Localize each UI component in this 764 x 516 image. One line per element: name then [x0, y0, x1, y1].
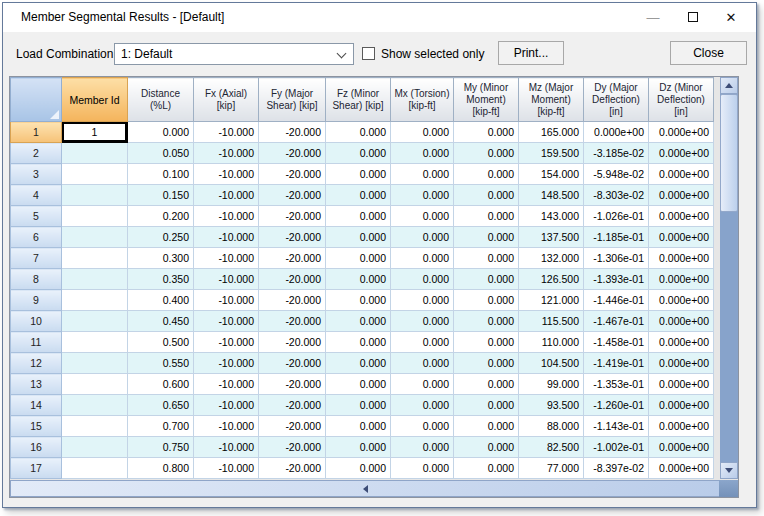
data-cell[interactable]: -10.000 [194, 311, 259, 332]
data-cell[interactable]: 0.000 [326, 143, 391, 164]
data-cell[interactable]: -20.000 [259, 185, 326, 206]
data-cell[interactable]: 132.000 [519, 248, 584, 269]
data-cell[interactable]: 0.000 [326, 185, 391, 206]
data-cell[interactable] [62, 395, 128, 416]
maximize-button[interactable] [673, 3, 713, 32]
data-cell[interactable]: 0.000 [454, 248, 519, 269]
row-number-cell[interactable]: 5 [11, 206, 62, 227]
data-cell[interactable]: -20.000 [259, 458, 326, 479]
horizontal-scrollbar[interactable] [10, 480, 721, 498]
data-cell[interactable] [62, 458, 128, 479]
column-header-fx-axial-kip[interactable]: Fx (Axial) [kip] [194, 78, 259, 122]
data-cell[interactable]: 0.000 [454, 290, 519, 311]
data-cell[interactable]: 0.000 [391, 143, 454, 164]
data-cell[interactable] [62, 164, 128, 185]
data-cell[interactable]: -10.000 [194, 122, 259, 143]
row-number-cell[interactable]: 7 [11, 248, 62, 269]
data-cell[interactable]: 0.000e+00 [649, 269, 714, 290]
data-cell[interactable]: -10.000 [194, 458, 259, 479]
data-cell[interactable] [62, 311, 128, 332]
data-cell[interactable]: -20.000 [259, 269, 326, 290]
data-cell[interactable]: -1.306e-01 [584, 248, 649, 269]
minimize-button[interactable]: — [633, 3, 673, 32]
data-cell[interactable]: 0.000 [391, 206, 454, 227]
data-cell[interactable]: -10.000 [194, 395, 259, 416]
data-cell[interactable]: -20.000 [259, 395, 326, 416]
scroll-down-button[interactable] [720, 462, 738, 479]
column-header-fz-minor-shear-kip[interactable]: Fz (Minor Shear) [kip] [326, 78, 391, 122]
row-number-cell[interactable]: 4 [11, 185, 62, 206]
data-cell[interactable]: -10.000 [194, 353, 259, 374]
data-cell[interactable]: 0.000e+00 [649, 395, 714, 416]
row-number-cell[interactable]: 6 [11, 227, 62, 248]
data-cell[interactable]: -10.000 [194, 206, 259, 227]
row-number-cell[interactable]: 2 [11, 143, 62, 164]
data-cell[interactable]: -1.002e-01 [584, 437, 649, 458]
row-number-cell[interactable]: 9 [11, 290, 62, 311]
data-cell[interactable]: -20.000 [259, 122, 326, 143]
data-cell[interactable]: 0.250 [128, 227, 194, 248]
data-cell[interactable] [62, 269, 128, 290]
column-header-member-id[interactable]: Member Id [62, 78, 128, 122]
data-cell[interactable]: 0.000e+00 [649, 290, 714, 311]
column-header-distance-l[interactable]: Distance (%L) [128, 78, 194, 122]
data-cell[interactable]: 0.000 [454, 185, 519, 206]
data-cell[interactable]: 0.000 [454, 206, 519, 227]
data-cell[interactable]: -10.000 [194, 290, 259, 311]
show-selected-only-checkbox[interactable] [362, 47, 375, 60]
grid-corner-cell[interactable] [11, 78, 62, 122]
data-cell[interactable]: 0.750 [128, 437, 194, 458]
data-cell[interactable]: -10.000 [194, 143, 259, 164]
data-cell[interactable]: 0.000 [454, 227, 519, 248]
data-cell[interactable] [62, 206, 128, 227]
data-cell[interactable]: 0.000 [391, 269, 454, 290]
data-cell[interactable]: 0.000e+00 [649, 185, 714, 206]
data-cell[interactable]: -1.260e-01 [584, 395, 649, 416]
data-cell[interactable]: -10.000 [194, 269, 259, 290]
data-cell[interactable]: 0.000 [391, 311, 454, 332]
data-cell[interactable] [62, 248, 128, 269]
data-cell[interactable]: 0.000 [326, 227, 391, 248]
data-cell[interactable]: 0.500 [128, 332, 194, 353]
data-cell[interactable]: 0.000 [391, 458, 454, 479]
data-cell[interactable]: 0.000 [391, 185, 454, 206]
row-number-cell[interactable]: 11 [11, 332, 62, 353]
data-cell[interactable]: 0.000 [454, 395, 519, 416]
data-cell[interactable]: -20.000 [259, 374, 326, 395]
data-cell[interactable]: 0.000 [128, 122, 194, 143]
data-cell[interactable] [62, 374, 128, 395]
data-cell[interactable] [62, 416, 128, 437]
data-cell[interactable]: -20.000 [259, 332, 326, 353]
data-cell[interactable]: 0.000 [326, 290, 391, 311]
data-cell[interactable]: -20.000 [259, 311, 326, 332]
data-cell[interactable]: -10.000 [194, 437, 259, 458]
data-cell[interactable]: 0.000 [326, 395, 391, 416]
data-cell[interactable]: -1.393e-01 [584, 269, 649, 290]
data-cell[interactable]: 104.500 [519, 353, 584, 374]
data-cell[interactable]: -10.000 [194, 164, 259, 185]
data-cell[interactable]: 0.000 [391, 227, 454, 248]
data-cell[interactable]: -20.000 [259, 290, 326, 311]
data-cell[interactable]: -1.185e-01 [584, 227, 649, 248]
data-cell[interactable]: -20.000 [259, 206, 326, 227]
data-cell[interactable]: 148.500 [519, 185, 584, 206]
data-cell[interactable]: 0.000e+00 [649, 122, 714, 143]
data-cell[interactable]: 77.000 [519, 458, 584, 479]
data-cell[interactable]: 0.000 [454, 374, 519, 395]
data-cell[interactable] [62, 185, 128, 206]
data-cell[interactable]: -1.026e-01 [584, 206, 649, 227]
row-number-cell[interactable]: 14 [11, 395, 62, 416]
data-cell[interactable]: 0.000e+00 [649, 332, 714, 353]
data-cell[interactable]: 0.000 [326, 269, 391, 290]
active-cell[interactable]: 1 [62, 122, 128, 143]
title-bar[interactable]: Member Segmental Results - [Default] — ✕ [3, 3, 756, 32]
data-cell[interactable]: 0.000 [391, 395, 454, 416]
data-cell[interactable]: 121.000 [519, 290, 584, 311]
data-cell[interactable]: 0.000e+00 [649, 227, 714, 248]
data-cell[interactable]: 0.000 [326, 206, 391, 227]
data-cell[interactable]: 0.000 [391, 437, 454, 458]
data-cell[interactable]: 0.000 [454, 143, 519, 164]
data-cell[interactable]: 0.000 [454, 269, 519, 290]
data-cell[interactable]: 0.000 [326, 122, 391, 143]
data-cell[interactable]: 0.600 [128, 374, 194, 395]
